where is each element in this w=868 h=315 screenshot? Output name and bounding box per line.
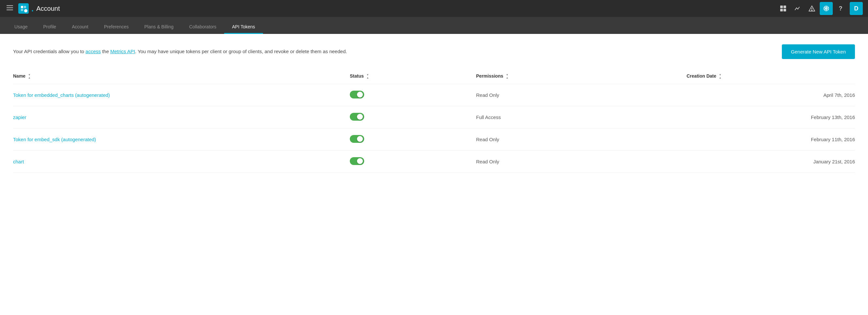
tab-collaborators[interactable]: Collaborators [181,20,224,34]
sort-up-permissions[interactable]: ▲ [506,76,508,79]
token-permissions: Read Only [476,150,687,172]
svg-rect-0 [6,5,13,6]
metrics-api-link[interactable]: Metrics API [110,49,135,54]
token-creation-date: February 13th, 2016 [687,106,855,128]
top-bar-left: . Account [5,3,60,14]
token-permissions: Full Access [476,106,687,128]
user-avatar[interactable]: D [850,2,863,15]
token-name-link[interactable]: chart [13,159,24,164]
table-header: Name ▼ ▲ Status ▼ ▲ Permissions [13,69,855,84]
tokens-table: Name ▼ ▲ Status ▼ ▲ Permissions [13,69,855,173]
token-status-toggle[interactable] [350,157,364,165]
token-name-link[interactable]: zapier [13,115,26,120]
info-middle: the [101,49,110,54]
token-creation-date: February 11th, 2016 [687,128,855,150]
token-creation-date: April 7th, 2016 [687,84,855,106]
logo-dot: . [31,4,34,13]
svg-rect-4 [21,9,23,11]
tab-plans-billing[interactable]: Plans & Billing [136,20,181,34]
info-prefix: Your API credentials allow you to [13,49,86,54]
svg-rect-6 [780,5,783,8]
top-bar-right: ? D [777,2,863,15]
info-bar: Your API credentials allow you to access… [13,44,855,59]
tabs-bar: Usage Profile Account Preferences Plans … [0,17,868,34]
svg-rect-3 [21,6,23,8]
sort-down-status[interactable]: ▼ [367,74,369,76]
top-bar-title: Account [36,5,60,12]
sort-icons-name[interactable]: ▼ ▲ [28,74,31,79]
svg-rect-5 [24,6,26,8]
tab-api-tokens[interactable]: API Tokens [224,20,263,34]
tab-account[interactable]: Account [64,20,96,34]
tab-preferences[interactable]: Preferences [96,20,136,34]
col-header-permissions: Permissions ▼ ▲ [476,69,687,84]
info-text: Your API credentials allow you to access… [13,48,347,56]
svg-rect-9 [783,9,786,11]
help-icon: ? [839,5,842,12]
token-name-link[interactable]: Token for embedded_charts (autogenerated… [13,92,110,98]
tab-profile[interactable]: Profile [35,20,64,34]
main-content: Your API credentials allow you to access… [0,34,868,315]
svg-rect-7 [783,5,786,8]
svg-rect-2 [6,9,13,10]
generate-token-button[interactable]: Generate New API Token [782,44,855,59]
sort-up-status[interactable]: ▲ [367,76,369,79]
col-header-status: Status ▼ ▲ [350,69,476,84]
sort-up-name[interactable]: ▲ [28,76,31,79]
top-bar: . Account [0,0,868,17]
info-suffix: . You may have unique tokens per client … [135,49,347,54]
sort-down-name[interactable]: ▼ [28,74,31,76]
logo: . Account [18,3,60,14]
token-status-toggle[interactable] [350,91,364,98]
logo-icon [18,3,29,14]
sort-down-date[interactable]: ▼ [719,74,721,76]
windows-icon-btn[interactable] [777,2,790,15]
tab-usage[interactable]: Usage [6,20,35,34]
sort-icons-date[interactable]: ▼ ▲ [719,74,721,79]
token-permissions: Read Only [476,84,687,106]
token-status-toggle[interactable] [350,135,364,143]
table-row: Token for embedded_charts (autogenerated… [13,84,855,106]
sort-down-permissions[interactable]: ▼ [506,74,508,76]
sort-icons-permissions[interactable]: ▼ ▲ [506,74,508,79]
chart-icon-btn[interactable] [791,2,804,15]
svg-point-12 [811,10,812,11]
table-row: Token for embed_sdk (autogenerated)Read … [13,128,855,150]
token-permissions: Read Only [476,128,687,150]
access-link[interactable]: access [86,49,101,54]
svg-rect-8 [780,9,783,11]
token-name-link[interactable]: Token for embed_sdk (autogenerated) [13,137,96,142]
sort-up-date[interactable]: ▲ [719,76,721,79]
help-icon-btn[interactable]: ? [834,2,847,15]
token-creation-date: January 21st, 2016 [687,150,855,172]
sort-icons-status[interactable]: ▼ ▲ [367,74,369,79]
table-body: Token for embedded_charts (autogenerated… [13,84,855,172]
integrations-icon-btn[interactable] [820,2,833,15]
table-row: zapierFull AccessFebruary 13th, 2016 [13,106,855,128]
warning-icon-btn[interactable] [805,2,818,15]
hamburger-menu[interactable] [5,4,14,13]
token-status-toggle[interactable] [350,113,364,121]
col-header-name: Name ▼ ▲ [13,69,350,84]
table-row: chartRead OnlyJanuary 21st, 2016 [13,150,855,172]
col-header-date: Creation Date ▼ ▲ [687,69,855,84]
svg-rect-1 [6,7,13,8]
